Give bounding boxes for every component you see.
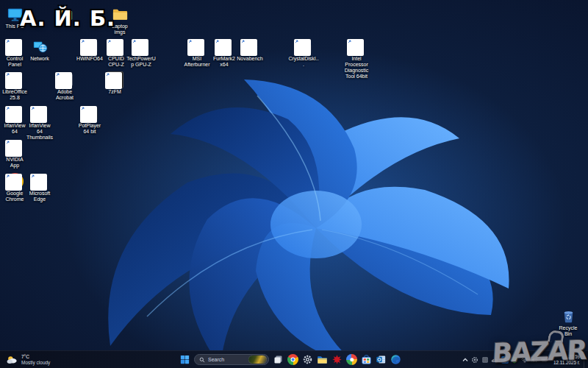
shortcut-arrow-icon bbox=[105, 72, 122, 89]
desktop-icon-area: This PCLaptop imgsControl PanelNetworkHW… bbox=[0, 0, 588, 368]
shortcut-arrow-icon bbox=[132, 39, 148, 56]
desktop-icon-laptop-imgs[interactable]: Laptop imgs bbox=[107, 6, 132, 35]
desktop-icon-label: Intel Processor Diagnostic Tool 64bit bbox=[344, 56, 369, 79]
clock-time: 20:59 bbox=[553, 354, 580, 360]
start-button[interactable] bbox=[179, 354, 190, 365]
taskbar-app-outlook[interactable] bbox=[376, 354, 387, 365]
desktop-icon-label: Adobe Acrobat bbox=[52, 89, 77, 101]
taskbar-app-irfanview[interactable] bbox=[331, 354, 343, 365]
desktop-icon-label: Microsoft Edge bbox=[27, 191, 52, 202]
irfan-icon bbox=[7, 105, 24, 122]
shortcut-arrow-icon bbox=[294, 39, 311, 56]
desktop-icon-hwinfo64[interactable]: HWiNFO64 bbox=[77, 38, 102, 62]
weather-condition: Mostly cloudy bbox=[21, 360, 50, 366]
folder-icon bbox=[112, 6, 129, 23]
monitor-icon bbox=[7, 6, 24, 23]
taskbar-app-edge[interactable] bbox=[390, 354, 401, 365]
taskbar-app-task-view[interactable] bbox=[273, 354, 284, 365]
desktop-icon-recycle-bin[interactable]: Recycle Bin bbox=[556, 308, 581, 337]
desktop-icon-google-chrome[interactable]: Google Chrome bbox=[2, 173, 27, 202]
hwinfo-icon bbox=[82, 38, 98, 55]
taskbar-app-microsoft-store[interactable] bbox=[361, 354, 372, 365]
clock-date: 12.11.2025 г. bbox=[553, 360, 580, 366]
desktop-icon-label: IrfanView 64 Thumbnails bbox=[26, 123, 53, 141]
desktop-icon-crystaldiskinfo[interactable]: CrystalDiskI... bbox=[291, 38, 316, 68]
desktop-icon-label: FurMark2 x64 bbox=[212, 56, 237, 68]
volume-icon[interactable] bbox=[531, 356, 538, 364]
doc-icon bbox=[348, 38, 365, 55]
potplayer-icon bbox=[82, 105, 98, 122]
system-tray bbox=[462, 356, 548, 364]
desktop-icon-label: Laptop imgs bbox=[107, 24, 132, 35]
tray-app-2-icon[interactable] bbox=[481, 356, 489, 364]
shortcut-arrow-icon bbox=[5, 174, 22, 191]
search-daily-image[interactable] bbox=[248, 355, 267, 364]
desktop-icon-label: NVIDIA App bbox=[2, 157, 27, 169]
shortcut-arrow-icon bbox=[240, 39, 257, 56]
taskbar-center: Search bbox=[179, 351, 401, 368]
shortcut-arrow-icon bbox=[80, 106, 97, 123]
taskbar-app-photos[interactable] bbox=[346, 354, 357, 365]
hidden-icons-chevron-icon[interactable] bbox=[462, 356, 469, 364]
desktop-icon-user-folder[interactable] bbox=[52, 6, 77, 24]
weather-widget[interactable]: 7°C Mostly cloudy bbox=[4, 351, 52, 368]
desktop-icon-label: Novabench bbox=[237, 56, 262, 62]
tray-app-1-icon[interactable] bbox=[471, 356, 478, 364]
wifi-icon[interactable] bbox=[521, 356, 528, 364]
search-icon bbox=[199, 357, 205, 363]
shortcut-arrow-icon bbox=[187, 39, 204, 56]
shortcut-arrow-icon bbox=[215, 39, 232, 56]
desktop-icon-network[interactable]: Network bbox=[27, 38, 52, 62]
onedrive-icon[interactable] bbox=[491, 356, 498, 364]
taskbar: 7°C Mostly cloudy Search 20:59 12.11.202… bbox=[0, 350, 588, 368]
shortcut-arrow-icon bbox=[5, 140, 22, 157]
desktop-icon-cpu-z[interactable]: CPUID CPU-Z bbox=[104, 38, 129, 68]
desktop-icon-label: This PC bbox=[6, 24, 24, 29]
desktop-icon-irfanview[interactable]: IrfanView 64 bbox=[2, 105, 27, 135]
7z-icon: 7z bbox=[107, 71, 123, 88]
show-desktop-button[interactable] bbox=[584, 351, 587, 368]
desktop-icon-furmark2[interactable]: FurMark2 x64 bbox=[212, 38, 237, 68]
desktop-icon-libreoffice[interactable]: LibreOffice 25.8 bbox=[2, 71, 27, 101]
battery-icon[interactable] bbox=[541, 356, 548, 364]
desktop-icon-label: CrystalDiskI... bbox=[288, 56, 319, 68]
crystal-icon bbox=[295, 38, 312, 55]
taskbar-right: 20:59 12.11.2025 г. bbox=[462, 351, 588, 368]
taskbar-search[interactable]: Search bbox=[194, 354, 269, 365]
desktop-icon-this-pc[interactable]: This PC bbox=[2, 6, 27, 29]
desktop-icon-microsoft-edge[interactable]: Microsoft Edge bbox=[27, 173, 52, 202]
desktop-icon-label: MSI Afterburner bbox=[184, 56, 210, 68]
security-icon[interactable] bbox=[511, 356, 518, 364]
recycle-icon bbox=[560, 308, 577, 325]
taskbar-app-settings[interactable] bbox=[302, 354, 313, 365]
desktop-icon-msi-afterburner[interactable]: MSI Afterburner bbox=[184, 38, 209, 68]
acrobat-icon bbox=[57, 71, 74, 88]
desktop-icon-label: 7zFM bbox=[108, 89, 121, 95]
doc-icon bbox=[7, 71, 24, 88]
user-folder-icon bbox=[57, 6, 74, 23]
desktop-icon-label: PotPlayer 64 bit bbox=[77, 123, 102, 135]
bluetooth-icon[interactable] bbox=[501, 356, 509, 364]
desktop-icon-7zfm[interactable]: 7z7zFM bbox=[102, 71, 127, 95]
network-icon bbox=[32, 38, 49, 55]
desktop-icon-novabench[interactable]: Novabench bbox=[237, 38, 262, 62]
shortcut-arrow-icon bbox=[30, 106, 47, 123]
msi-icon bbox=[189, 38, 206, 55]
furmark-icon bbox=[216, 38, 233, 55]
desktop-icon-control-panel[interactable]: Control Panel bbox=[2, 38, 27, 68]
desktop-icon-gpu-z[interactable]: TechPowerUp GPU-Z bbox=[129, 38, 154, 68]
desktop-icon-label: LibreOffice 25.8 bbox=[2, 89, 27, 101]
taskbar-app-file-explorer[interactable] bbox=[317, 354, 328, 365]
taskbar-clock[interactable]: 20:59 12.11.2025 г. bbox=[552, 354, 580, 366]
weather-cloud-icon bbox=[6, 355, 18, 364]
desktop-icon-nvidia-app[interactable]: NVIDIA App bbox=[2, 139, 27, 169]
desktop-icon-label: Recycle Bin bbox=[556, 325, 581, 337]
taskbar-app-chrome[interactable] bbox=[287, 354, 298, 365]
desktop-icon-label: Google Chrome bbox=[2, 191, 27, 202]
desktop-icon-potplayer[interactable]: PotPlayer 64 bit bbox=[77, 105, 102, 135]
desktop-icon-intel-processor-diagnostic[interactable]: Intel Processor Diagnostic Tool 64bit bbox=[344, 38, 369, 79]
desktop-icon-adobe-acrobat[interactable]: Adobe Acrobat bbox=[52, 71, 77, 101]
desktop-icon-irfanview-thumbnails[interactable]: IrfanView 64 Thumbnails bbox=[27, 105, 52, 141]
shortcut-arrow-icon bbox=[5, 106, 22, 123]
desktop-icon-label: CPUID CPU-Z bbox=[104, 56, 129, 68]
